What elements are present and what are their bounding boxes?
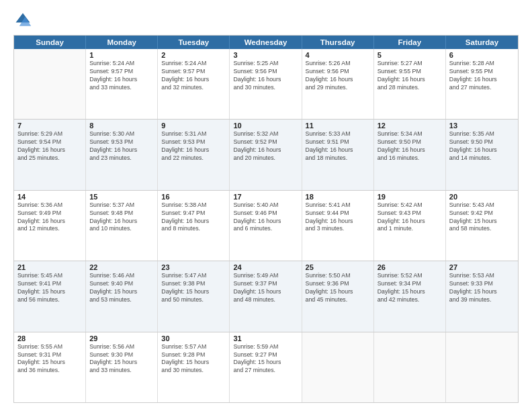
- day-number: 10: [233, 122, 298, 130]
- calendar-cell: 18Sunrise: 5:41 AMSunset: 9:44 PMDayligh…: [302, 191, 374, 261]
- day-number: 11: [306, 122, 370, 130]
- cell-line: and 18 minutes.: [306, 154, 370, 163]
- calendar-cell: 19Sunrise: 5:42 AMSunset: 9:43 PMDayligh…: [374, 191, 446, 261]
- calendar-cell: 6Sunrise: 5:28 AMSunset: 9:55 PMDaylight…: [446, 49, 518, 119]
- calendar-cell: 10Sunrise: 5:32 AMSunset: 9:52 PMDayligh…: [230, 120, 302, 189]
- cell-line: Daylight: 16 hours: [233, 76, 298, 84]
- cell-line: Daylight: 16 hours: [161, 218, 226, 226]
- calendar-header: SundayMondayTuesdayWednesdayThursdayFrid…: [14, 36, 518, 49]
- day-number: 4: [306, 51, 370, 59]
- cell-line: Sunrise: 5:24 AM: [161, 60, 226, 68]
- calendar-cell: 15Sunrise: 5:37 AMSunset: 9:48 PMDayligh…: [86, 191, 158, 261]
- cell-line: and 33 minutes.: [89, 367, 154, 375]
- calendar-cell: 27Sunrise: 5:53 AMSunset: 9:33 PMDayligh…: [446, 261, 518, 331]
- calendar-cell: 5Sunrise: 5:27 AMSunset: 9:55 PMDaylight…: [374, 49, 446, 119]
- cell-line: and 56 minutes.: [17, 296, 82, 304]
- day-number: 23: [161, 263, 226, 271]
- calendar-cell: 16Sunrise: 5:38 AMSunset: 9:47 PMDayligh…: [158, 191, 230, 261]
- cell-line: and 58 minutes.: [449, 225, 515, 233]
- day-number: 22: [89, 263, 154, 271]
- cell-line: Sunset: 9:46 PM: [233, 210, 298, 218]
- cell-line: Sunrise: 5:25 AM: [233, 60, 298, 68]
- cell-line: Daylight: 16 hours: [233, 146, 298, 154]
- cell-line: Daylight: 15 hours: [449, 288, 515, 296]
- cell-line: Daylight: 16 hours: [17, 218, 82, 226]
- day-number: 1: [89, 51, 154, 59]
- calendar-cell: [14, 49, 86, 119]
- cell-line: Sunrise: 5:33 AM: [306, 130, 370, 138]
- cell-line: and 22 minutes.: [161, 154, 226, 163]
- cell-line: Sunrise: 5:56 AM: [89, 343, 154, 351]
- cell-line: and 28 minutes.: [378, 84, 442, 92]
- calendar-row: 1Sunrise: 5:24 AMSunset: 9:57 PMDaylight…: [14, 49, 518, 119]
- calendar-header-cell: Sunday: [14, 36, 86, 49]
- cell-line: Daylight: 16 hours: [449, 76, 515, 84]
- cell-line: Sunrise: 5:41 AM: [306, 201, 370, 210]
- cell-line: Sunset: 9:41 PM: [17, 280, 82, 288]
- cell-line: Daylight: 16 hours: [449, 146, 515, 154]
- cell-line: Daylight: 16 hours: [89, 76, 154, 84]
- cell-line: Sunset: 9:34 PM: [378, 280, 442, 288]
- calendar-cell: 26Sunrise: 5:52 AMSunset: 9:34 PMDayligh…: [374, 261, 446, 331]
- cell-line: Daylight: 16 hours: [306, 218, 370, 226]
- day-number: 6: [449, 51, 515, 59]
- calendar-cell: 23Sunrise: 5:47 AMSunset: 9:38 PMDayligh…: [158, 261, 230, 331]
- calendar-cell: 20Sunrise: 5:43 AMSunset: 9:42 PMDayligh…: [446, 191, 518, 261]
- calendar-row: 14Sunrise: 5:36 AMSunset: 9:49 PMDayligh…: [14, 190, 518, 261]
- cell-line: Sunset: 9:53 PM: [161, 138, 226, 146]
- cell-line: Sunrise: 5:43 AM: [449, 201, 515, 210]
- cell-line: Sunrise: 5:52 AM: [378, 272, 442, 280]
- cell-line: and 30 minutes.: [161, 367, 226, 375]
- calendar-body: 1Sunrise: 5:24 AMSunset: 9:57 PMDaylight…: [14, 49, 518, 402]
- cell-line: and 50 minutes.: [161, 296, 226, 304]
- calendar-cell: 29Sunrise: 5:56 AMSunset: 9:30 PMDayligh…: [86, 332, 158, 402]
- cell-line: and 39 minutes.: [449, 296, 515, 304]
- cell-line: Sunrise: 5:31 AM: [161, 130, 226, 138]
- day-number: 9: [161, 122, 226, 130]
- cell-line: and 8 minutes.: [161, 225, 226, 233]
- cell-line: Sunset: 9:47 PM: [161, 210, 226, 218]
- calendar-cell: 2Sunrise: 5:24 AMSunset: 9:57 PMDaylight…: [158, 49, 230, 119]
- cell-line: and 42 minutes.: [378, 296, 442, 304]
- cell-line: Daylight: 15 hours: [161, 288, 226, 296]
- cell-line: Sunrise: 5:36 AM: [17, 201, 82, 210]
- calendar-cell: 30Sunrise: 5:57 AMSunset: 9:28 PMDayligh…: [158, 332, 230, 402]
- day-number: 8: [89, 122, 154, 130]
- cell-line: Daylight: 16 hours: [378, 146, 442, 154]
- cell-line: Sunset: 9:28 PM: [161, 351, 226, 359]
- day-number: 31: [233, 334, 298, 342]
- cell-line: Sunset: 9:43 PM: [378, 210, 442, 218]
- cell-line: and 27 minutes.: [449, 84, 515, 92]
- cell-line: Sunset: 9:33 PM: [449, 280, 515, 288]
- cell-line: Sunrise: 5:45 AM: [17, 272, 82, 280]
- cell-line: and 16 minutes.: [378, 154, 442, 163]
- cell-line: Sunrise: 5:37 AM: [89, 201, 154, 210]
- calendar-cell: 25Sunrise: 5:50 AMSunset: 9:36 PMDayligh…: [302, 261, 374, 331]
- cell-line: Sunrise: 5:50 AM: [306, 272, 370, 280]
- page: SundayMondayTuesdayWednesdayThursdayFrid…: [0, 0, 532, 411]
- cell-line: Sunset: 9:48 PM: [89, 210, 154, 218]
- day-number: 19: [378, 193, 442, 201]
- cell-line: Daylight: 16 hours: [233, 218, 298, 226]
- day-number: 2: [161, 51, 226, 59]
- day-number: 3: [233, 51, 298, 59]
- cell-line: and 32 minutes.: [161, 84, 226, 92]
- cell-line: Sunrise: 5:32 AM: [233, 130, 298, 138]
- cell-line: and 23 minutes.: [89, 154, 154, 163]
- day-number: 30: [161, 334, 226, 342]
- cell-line: and 3 minutes.: [306, 225, 370, 233]
- calendar-header-cell: Friday: [374, 36, 446, 49]
- cell-line: Daylight: 15 hours: [378, 288, 442, 296]
- calendar-cell: 11Sunrise: 5:33 AMSunset: 9:51 PMDayligh…: [302, 120, 374, 189]
- cell-line: and 45 minutes.: [306, 296, 370, 304]
- cell-line: Sunrise: 5:59 AM: [233, 343, 298, 351]
- cell-line: Sunset: 9:56 PM: [306, 68, 370, 76]
- cell-line: and 14 minutes.: [449, 154, 515, 163]
- calendar-cell: 17Sunrise: 5:40 AMSunset: 9:46 PMDayligh…: [230, 191, 302, 261]
- cell-line: Daylight: 16 hours: [378, 76, 442, 84]
- cell-line: Sunset: 9:57 PM: [89, 68, 154, 76]
- calendar-header-cell: Thursday: [302, 36, 374, 49]
- cell-line: Sunset: 9:56 PM: [233, 68, 298, 76]
- cell-line: Sunset: 9:55 PM: [449, 68, 515, 76]
- cell-line: Sunrise: 5:47 AM: [161, 272, 226, 280]
